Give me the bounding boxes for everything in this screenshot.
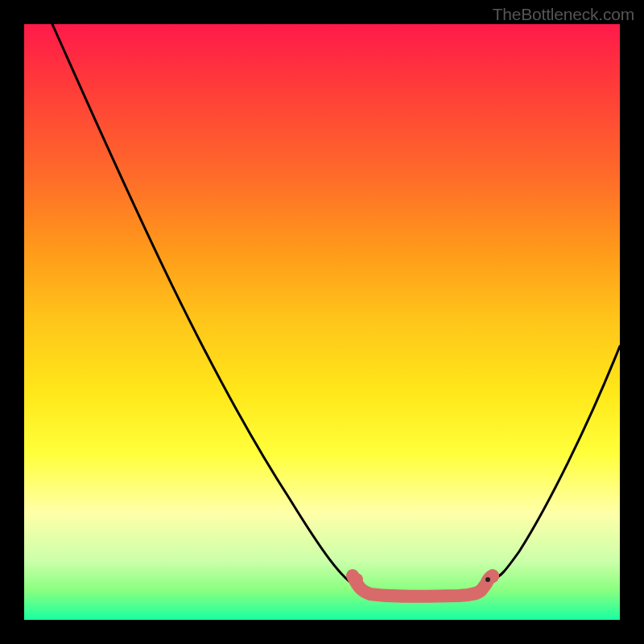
chart-plot-area: [24, 24, 620, 620]
watermark-label: TheBottleneck.com: [493, 5, 634, 24]
curve-svg: [24, 24, 620, 620]
optimal-start-dot: [350, 573, 363, 586]
bottleneck-curve: [52, 24, 620, 593]
marker-dot-icon: [485, 577, 490, 582]
chart-frame: TheBottleneck.com: [0, 0, 644, 644]
optimal-zone-highlight: [353, 576, 493, 597]
